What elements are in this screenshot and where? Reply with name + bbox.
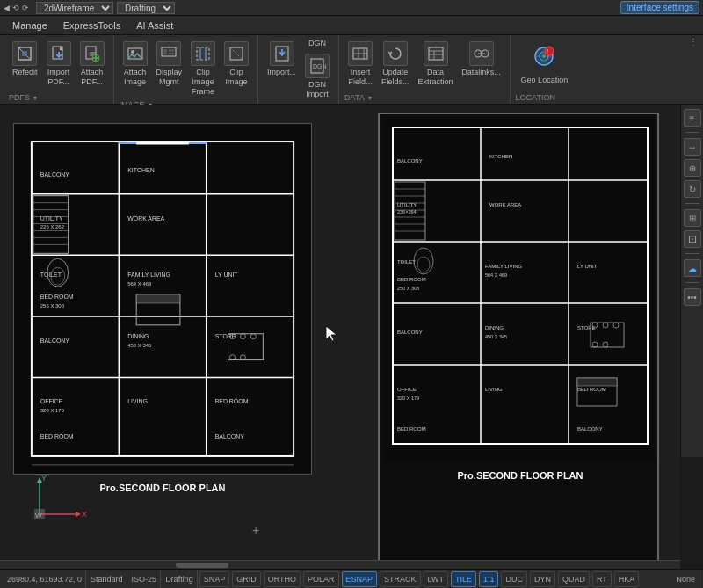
svg-text:BED ROOM: BED ROOM: [215, 398, 249, 404]
svg-text:LY UNIT: LY UNIT: [215, 272, 239, 278]
svg-text:BED ROOM: BED ROOM: [397, 426, 426, 432]
refedit-icon: [12, 41, 37, 66]
toolbar-menu-btn[interactable]: ≡: [684, 109, 701, 127]
floor-plan-left: BALCONY KITCHEN UTILITY 226 X 262 WORK A…: [13, 123, 312, 475]
svg-rect-2: [22, 51, 27, 56]
toolbar-cloud-btn[interactable]: ☁: [684, 259, 701, 277]
svg-text:BALCONY: BALCONY: [577, 426, 603, 432]
insert-field-icon: [348, 41, 373, 66]
data-extraction-button[interactable]: DataExtraction: [415, 39, 457, 90]
scale-btn[interactable]: 1:1: [479, 571, 499, 587]
import-label: Import...: [267, 68, 296, 77]
hka-btn[interactable]: HKA: [614, 571, 640, 587]
window-controls: ◀ ⟲ ⟳: [4, 4, 29, 12]
toolbar-layers-btn[interactable]: ⊞: [684, 209, 701, 227]
clip-image-frame-button[interactable]: ClipImageFrame: [187, 39, 219, 98]
svg-text:FAMILY LIVING: FAMILY LIVING: [127, 272, 170, 278]
clip-image-button[interactable]: ClipImage: [221, 39, 252, 90]
canvas-area[interactable]: N BALCONY KITCHEN UTILITY 226 X 262: [0, 105, 680, 569]
svg-rect-91: [136, 294, 180, 303]
pdfs-group-label: PDFS▾: [9, 91, 37, 102]
dgn-import-icon: DGN: [305, 54, 330, 78]
clip-frame-label: ClipImageFrame: [192, 68, 214, 96]
attach-image-button[interactable]: AttachImage: [120, 39, 151, 90]
rt-btn[interactable]: RT: [592, 571, 612, 587]
svg-line-21: [230, 47, 243, 60]
import-button[interactable]: Import...: [264, 39, 300, 80]
tile-btn[interactable]: TILE: [451, 571, 476, 587]
svg-text:BALCONY: BALCONY: [397, 330, 423, 335]
polar-btn[interactable]: POLAR: [303, 571, 339, 587]
toolbar-more-btn[interactable]: •••: [684, 288, 701, 306]
view-mode-selector[interactable]: 2dWireframe: [36, 2, 113, 14]
grid-btn[interactable]: GRID: [232, 571, 261, 587]
svg-point-135: [603, 323, 608, 328]
scroll-thumb[interactable]: [176, 563, 228, 568]
lwt-btn[interactable]: LWT: [424, 571, 448, 587]
svg-text:BALCONY: BALCONY: [40, 171, 70, 178]
datalinks-button[interactable]: Datalinks...: [459, 39, 504, 80]
right-plan-title: Pro.SECOND FLOOR PLAN: [457, 470, 583, 481]
svg-marker-148: [76, 512, 81, 517]
attach-pdf-button[interactable]: AttachPDF...: [76, 39, 108, 90]
svg-text:W: W: [35, 512, 42, 519]
geo-location-button[interactable]: ! Geo Location: [516, 39, 574, 88]
update-fields-icon: [383, 41, 408, 66]
workspace-selector[interactable]: Drafting: [117, 2, 175, 14]
attach-pdf-label: AttachPDF...: [81, 68, 104, 87]
datalinks-icon: [469, 41, 494, 66]
horizontal-scrollbar[interactable]: [0, 560, 680, 569]
svg-text:LIVING: LIVING: [485, 387, 503, 392]
toolbar-separator-3: [685, 253, 699, 254]
duc-btn[interactable]: DUC: [501, 571, 527, 587]
svg-text:FAMILY LIVING: FAMILY LIVING: [485, 264, 522, 269]
ribbon-group-pdfs: Refedit ImportPDF... AttachPDF... PDFS▾: [4, 35, 114, 104]
ribbon-collapse-handle[interactable]: ⋮: [687, 35, 699, 104]
toolbar-orbit-btn[interactable]: ↻: [684, 180, 701, 198]
svg-text:BALCONY: BALCONY: [40, 338, 70, 344]
data-group-label: DATA▾: [344, 91, 372, 102]
import-icon: [270, 41, 294, 66]
menu-aiassist[interactable]: AI Assist: [129, 18, 180, 33]
menu-expresstools[interactable]: ExpressTools: [56, 18, 127, 33]
svg-point-87: [250, 334, 256, 339]
svg-text:WORK AREA: WORK AREA: [127, 215, 164, 221]
end-label: None: [672, 570, 699, 588]
svg-text:450 X 345: 450 X 345: [485, 334, 507, 339]
image-buttons: AttachImage DisplayMgmt ClipImageFrame C…: [120, 39, 253, 98]
toolbar-pan-btn[interactable]: ↔: [684, 138, 701, 156]
attach-pdf-icon: [80, 41, 105, 66]
quad-btn[interactable]: QUAD: [558, 571, 590, 587]
esnap-btn[interactable]: ESNAP: [342, 571, 378, 587]
svg-rect-15: [169, 49, 174, 52]
floor-plan-right: BALCONY KITCHEN UTILITY 236×264 WORK ARE…: [384, 119, 656, 461]
svg-text:320 X 170: 320 X 170: [40, 408, 65, 413]
insert-field-button[interactable]: InsertField...: [344, 39, 376, 90]
refedit-button[interactable]: Refedit: [9, 39, 41, 80]
attach-image-icon: [123, 41, 148, 66]
menu-manage[interactable]: Manage: [5, 18, 54, 33]
svg-text:250 X 308: 250 X 308: [397, 286, 419, 291]
svg-text:X: X: [82, 510, 87, 519]
display-mgmt-label: DisplayMgmt: [156, 68, 183, 87]
update-fields-label: UpdateFields...: [381, 68, 409, 87]
svg-text:Y: Y: [41, 474, 47, 483]
dgn-import-button[interactable]: DGN DGNImport: [301, 51, 333, 102]
ortho-btn[interactable]: ORTHO: [264, 571, 301, 587]
strack-btn[interactable]: STRACK: [380, 571, 421, 587]
svg-text:TOILET: TOILET: [397, 259, 416, 265]
dyn-btn[interactable]: DYN: [530, 571, 555, 587]
refedit-label: Refedit: [12, 68, 38, 77]
snap-btn[interactable]: SNAP: [199, 571, 230, 587]
import-pdf-button[interactable]: ImportPDF...: [43, 39, 75, 90]
svg-text:DINING: DINING: [127, 333, 149, 339]
update-fields-button[interactable]: UpdateFields...: [378, 39, 413, 90]
display-mgmt-button[interactable]: DisplayMgmt: [153, 39, 186, 90]
toolbar-properties-btn[interactable]: ⊡: [684, 230, 701, 248]
ribbon-group-import: Import... DGN DGN DGNImport IMPORT: [258, 35, 339, 104]
toolbar-zoom-btn[interactable]: ⊕: [684, 159, 701, 177]
interface-settings-button[interactable]: Interface settings: [620, 1, 699, 14]
drawing-content: N BALCONY KITCHEN UTILITY 226 X 262: [0, 105, 680, 569]
svg-point-89: [240, 355, 245, 360]
pdfs-buttons: Refedit ImportPDF... AttachPDF...: [9, 39, 108, 91]
